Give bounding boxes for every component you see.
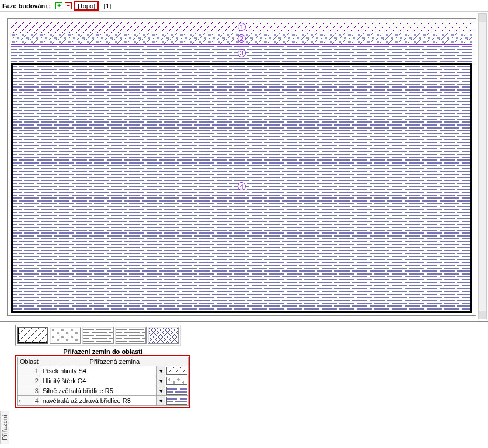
row-4-swatch[interactable] [166,397,187,405]
scroll-down-icon[interactable] [479,311,486,319]
drawing-viewport[interactable]: 1 2 3 4 [7,18,476,316]
dropdown-icon: ▾ [156,386,165,395]
table-row: 1 Písek hlinitý S4 ▾ [18,366,189,376]
svg-rect-17 [51,328,80,343]
table-row: 4 navětralá až zdravá břidlice R3 ▾ [18,396,189,406]
col-header-zemina[interactable]: Přiřazená zemina [41,357,188,366]
region-label-4: 4 [238,182,246,190]
stage-toolbar: Fáze budování : + − [Topo] [1] [0,0,488,12]
svg-rect-18 [83,328,113,343]
dropdown-icon: ▾ [156,366,165,376]
col-header-oblast[interactable]: Oblast [18,357,41,366]
dropdown-icon: ▾ [156,376,165,386]
region-label-3: 3 [238,49,246,57]
assignment-table: Oblast Přiřazená zemina 1 Písek hlinitý … [17,357,189,406]
add-stage-button[interactable]: + [55,2,62,9]
row-2-soil-label: Hlinitý štěrk G4 [43,377,86,384]
remove-stage-button[interactable]: − [65,2,72,9]
assignment-title: Přiřazení zemin do oblastí [15,348,190,355]
row-1-soil-label: Písek hlinitý S4 [43,367,86,374]
svg-rect-23 [167,387,187,394]
row-3-soil-combo[interactable]: Silně zvětralá břidlice R5 ▾ [41,386,165,395]
row-1-soil-combo[interactable]: Písek hlinitý S4 ▾ [41,366,165,376]
row-4-soil-label: navětralá až zdravá břidlice R3 [43,397,131,404]
row-2-soil-combo[interactable]: Hlinitý štěrk G4 ▾ [41,376,165,386]
region-label-1: 1 [238,23,246,31]
row-2-swatch[interactable] [166,377,187,385]
row-2-number[interactable]: 2 [18,376,41,386]
pattern-swatch-cross[interactable] [148,327,179,344]
stage-label: Fáze budování : [2,2,51,9]
viewport-scrollbar[interactable] [478,13,487,319]
row-1-number[interactable]: 1 [18,366,41,376]
row-3-number[interactable]: 3 [18,386,41,396]
pattern-swatch-row [15,325,181,346]
dropdown-icon: ▾ [156,396,165,405]
pattern-swatch-dots[interactable] [50,327,81,344]
assignment-table-highlight: Oblast Přiřazená zemina 1 Písek hlinitý … [15,355,190,408]
row-3-soil-label: Silně zvětralá břidlice R5 [43,387,113,394]
svg-rect-19 [116,328,145,343]
region-label-2: 2 [238,34,246,43]
pattern-swatch-hdash-1[interactable] [82,327,114,344]
svg-rect-21 [167,367,187,374]
svg-rect-22 [167,377,187,384]
pattern-swatch-hatch[interactable] [17,327,48,344]
assignment-side-tab[interactable]: Přiřazení [0,411,9,444]
table-row: 2 Hlinitý štěrk G4 ▾ [18,376,189,386]
row-4-soil-combo[interactable]: navětralá až zdravá břidlice R3 ▾ [41,396,165,405]
row-1-swatch[interactable] [166,367,187,375]
svg-rect-24 [167,397,187,404]
stage-1-button[interactable]: [1] [101,1,114,11]
table-row: 3 Silně zvětralá břidlice R5 ▾ [18,386,189,396]
pattern-swatch-hdash-2[interactable] [115,327,147,344]
scroll-up-icon[interactable] [479,14,486,22]
row-4-number[interactable]: 4 [18,396,41,406]
row-3-swatch[interactable] [166,387,187,395]
stage-topo-button[interactable]: [Topo] [74,1,99,11]
drawing-viewport-container: 1 2 3 4 [0,12,488,321]
svg-rect-16 [18,328,47,343]
assignment-panel: Přiřazení Přiřazení zemin do oblastí Obl… [0,321,488,447]
svg-rect-20 [149,328,178,343]
